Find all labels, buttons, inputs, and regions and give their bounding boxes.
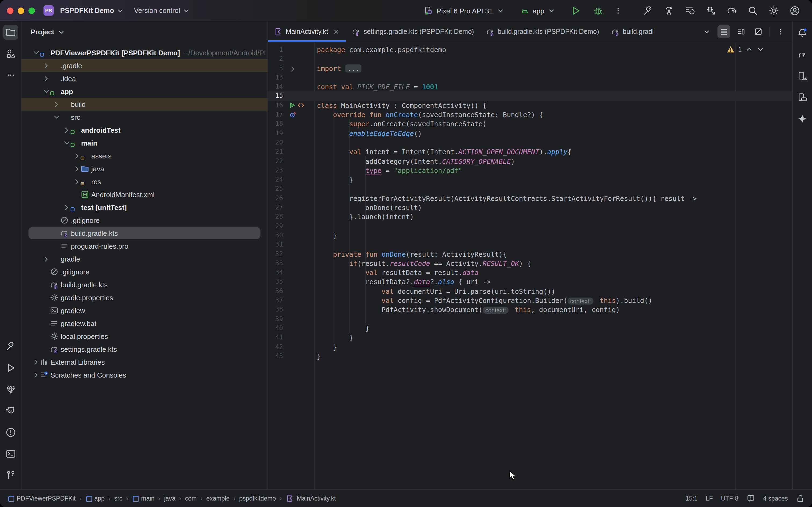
chevron-right-icon[interactable] [32, 371, 40, 379]
code-line-31[interactable]: 31 [268, 240, 792, 249]
code-line-32[interactable]: 32 private fun onDone(result: ActivityRe… [268, 249, 792, 259]
code-line-2[interactable]: 2 [268, 55, 792, 64]
profile-icon[interactable] [790, 5, 800, 16]
minimize-window-button[interactable] [18, 7, 24, 14]
code-line-27[interactable]: 27 onDone(result) [268, 203, 792, 212]
version-control-menu[interactable]: Version control [131, 5, 193, 16]
tree-item-java-9[interactable]: java [21, 162, 268, 175]
fold-chevron-icon[interactable] [289, 65, 295, 71]
project-tool-icon[interactable] [3, 25, 18, 40]
more-run-options-icon[interactable] [615, 7, 622, 14]
chevron-right-icon[interactable] [32, 358, 40, 366]
tree-item-androidmanifest-xml-11[interactable]: AndroidManifest.xml [21, 188, 268, 201]
tree-item-local-properties-22[interactable]: local.properties [21, 330, 268, 343]
run-gutter-icon[interactable] [289, 102, 295, 109]
code-line-14[interactable]: 14const val PICK_PDF_FILE = 1001 [268, 82, 792, 92]
run-tool-icon[interactable] [3, 360, 18, 376]
profiler-tool-icon[interactable] [3, 403, 18, 418]
tab-mainactivity-kt[interactable]: MainActivity.kt [268, 21, 346, 42]
code-line-21[interactable]: 21 val intent = Intent(Intent.ACTION_OPE… [268, 148, 792, 157]
tree-item-gradle-properties-19[interactable]: gradle.properties [21, 291, 268, 304]
chevron-down-icon[interactable] [57, 28, 65, 36]
build-tool-icon[interactable] [3, 339, 18, 354]
tree-item-app-3[interactable]: M1.8 5v7.3c0 .55.45 1 1 1h10.4c.55 0 1-.… [21, 85, 268, 98]
chevron-down-icon[interactable] [53, 113, 60, 121]
settings-icon[interactable] [768, 5, 779, 16]
tree-item-assets-8[interactable]: M1.8 5v7.3c0 .55.45 1 1 1h10.4c.55 0 1-.… [21, 149, 268, 162]
tree-item-androidtest-6[interactable]: M1.8 5v7.3c0 .55.45 1 1 1h10.4c.55 0 1-.… [21, 123, 268, 136]
related-symbol-gutter-icon[interactable] [297, 102, 304, 109]
breadcrumb-item-example[interactable]: example [206, 495, 230, 502]
breadcrumb-item-pspdfkitdemo[interactable]: pspdfkitdemo [239, 495, 276, 502]
notifications-icon[interactable] [795, 26, 810, 41]
code-line-1[interactable]: 1package com.example.pspdfkitdemo [268, 45, 792, 55]
code-line-28[interactable]: 28 }.launch(intent) [268, 212, 792, 222]
breadcrumb-item-java[interactable]: java [164, 495, 175, 502]
tree-item-gradlew-bat-21[interactable]: gradlew.bat [21, 317, 268, 330]
code-line-40[interactable]: 40 } [268, 324, 792, 333]
chevron-right-icon[interactable] [43, 255, 50, 263]
code-line-41[interactable]: 41 } [268, 333, 792, 342]
code-line-42[interactable]: 42 } [268, 342, 792, 352]
indent-setting[interactable]: 4 spaces [763, 495, 788, 502]
code-line-35[interactable]: 35 resultData?.data?.also { uri -> [268, 277, 792, 287]
tree-item-pdfviewerpspdfkit-pspdfkit-demo-0[interactable]: M1.8 5v7.3c0 .55.45 1 1 1h10.4c.55 0 1-.… [21, 46, 268, 59]
terminal-tool-icon[interactable] [3, 446, 18, 461]
device-manager-tool-icon[interactable] [795, 69, 810, 84]
app-quality-insights-tool-icon[interactable] [3, 382, 18, 397]
code-line-39[interactable]: 39 [268, 315, 792, 324]
breadcrumb-item-mainactivity-kt[interactable]: MainActivity.kt [285, 494, 336, 503]
maximize-window-button[interactable] [28, 7, 35, 14]
next-problem-icon[interactable] [757, 46, 764, 53]
tree-item-idea-2[interactable]: M1.8 5v7.3c0 .55.45 1 1 1h10.4c.55 0 1-.… [21, 72, 268, 85]
tree-item-gradle-16[interactable]: M1.8 5v7.3c0 .55.45 1 1 1h10.4c.55 0 1-.… [21, 252, 268, 265]
code-line-16[interactable]: 16class MainActivity : ComponentActivity… [268, 101, 792, 110]
tree-item-res-10[interactable]: M1.8 5v7.3c0 .55.45 1 1 1h10.4c.55 0 1-.… [21, 175, 268, 188]
running-devices-tool-icon[interactable] [795, 90, 810, 105]
breadcrumb-item-src[interactable]: src [114, 495, 122, 502]
problems-tool-icon[interactable] [3, 425, 18, 440]
run-button[interactable] [571, 5, 581, 16]
chevron-right-icon[interactable] [43, 75, 50, 82]
code-line-37[interactable]: 37 val config = PdfActivityConfiguration… [268, 296, 792, 305]
chevron-down-icon[interactable] [497, 7, 504, 14]
breadcrumb-item-com[interactable]: com [185, 495, 196, 502]
code-line-25[interactable]: 25 [268, 184, 792, 194]
code-line-17[interactable]: 17 override fun onCreate(savedInstanceSt… [268, 110, 792, 119]
tree-item-build-gradle-kts-14[interactable]: build.gradle.kts [21, 227, 268, 239]
unlock-icon[interactable] [796, 494, 805, 503]
caret-position[interactable]: 15:1 [686, 495, 698, 502]
breadcrumb-item-app[interactable]: app [85, 495, 105, 502]
tree-item-build-4[interactable]: M1.8 5v7.3c0 .55.45 1 1 1h10.4c.55 0 1-.… [21, 98, 268, 111]
tab-build-gradle-kts-pspdfkit-demo[interactable]: build.gradle.kts (PSPDFKit Demo) [480, 21, 605, 42]
code-line-33[interactable]: 33 if(result.resultCode == Activity.RESU… [268, 259, 792, 268]
editor-list-icon[interactable] [717, 25, 731, 38]
editor[interactable]: 1package com.example.pspdfkitdemo23impor… [268, 43, 792, 489]
more-tool-windows-icon[interactable] [3, 68, 18, 83]
code-line-34[interactable]: 34 val resultData = result.data [268, 268, 792, 277]
code-line-3[interactable]: 3import ... [268, 64, 792, 73]
chevron-down-icon[interactable] [43, 88, 50, 95]
code-line-13[interactable]: 13 [268, 73, 792, 82]
tree-item-proguard-rules-pro-15[interactable]: proguard-rules.pro [21, 239, 268, 252]
code-line-23[interactable]: 23 type = "application/pdf" [268, 166, 792, 175]
tree-item-gradle-1[interactable]: M1.8 5v7.3c0 .55.45 1 1 1h10.4c.55 0 1-.… [21, 59, 268, 72]
tree-item-external-libraries-24[interactable]: External Libraries [21, 355, 268, 369]
tree-item-build-gradle-kts-18[interactable]: build.gradle.kts [21, 278, 268, 291]
apply-changes-icon[interactable] [664, 5, 675, 16]
encoding[interactable]: UTF-8 [721, 495, 739, 502]
preview-toggle-icon[interactable] [752, 25, 765, 38]
device-selector[interactable]: Pixel 6 Pro API 31 [437, 7, 493, 15]
run-configuration-selector[interactable]: app [533, 7, 544, 15]
gradle-sync-icon[interactable] [727, 5, 737, 16]
chevron-right-icon[interactable] [73, 178, 80, 185]
code-line-19[interactable]: 19 enableEdgeToEdge() [268, 129, 792, 138]
chevron-right-icon[interactable] [73, 165, 80, 172]
chevron-down-icon[interactable] [548, 7, 556, 14]
project-panel-title[interactable]: Project [31, 28, 54, 36]
highlighting-level-icon[interactable] [747, 494, 755, 503]
code-line-26[interactable]: 26 registerForActivityResult(ActivityRes… [268, 194, 792, 203]
tree-item-scratches-and-consoles-25[interactable]: Scratches and Consoles [21, 369, 268, 381]
code-line-29[interactable]: 29 [268, 222, 792, 231]
build-icon[interactable] [643, 5, 653, 16]
